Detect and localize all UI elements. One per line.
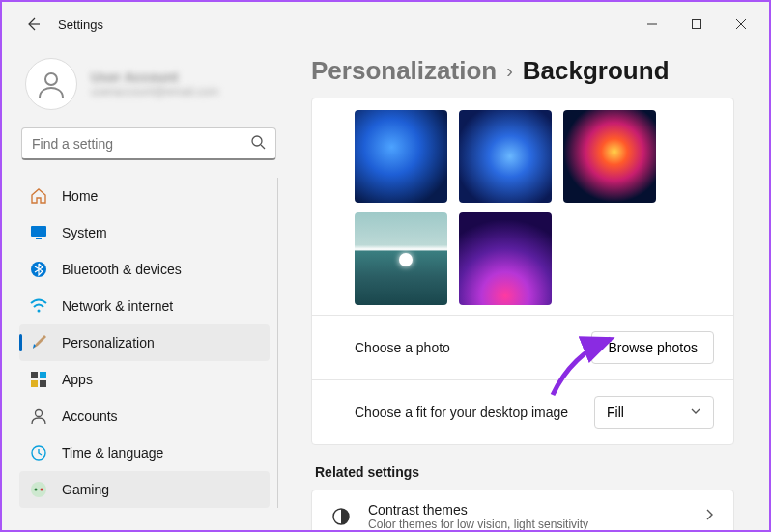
window-title: Settings <box>58 17 103 32</box>
main-content: Personalization › Background Choose a ph… <box>292 46 769 530</box>
wallpaper-thumbnails <box>312 212 733 315</box>
maximize-button[interactable] <box>674 9 719 40</box>
sidebar: User Account useraccount@email.com Home … <box>2 46 292 530</box>
related-settings-heading: Related settings <box>315 464 734 480</box>
background-panel: Choose a photo Browse photos Choose a fi… <box>311 98 734 445</box>
search-icon <box>250 134 266 154</box>
choose-fit-label: Choose a fit for your desktop image <box>355 405 583 420</box>
search-input[interactable] <box>32 136 250 152</box>
svg-point-5 <box>252 136 262 146</box>
svg-point-15 <box>36 410 43 417</box>
svg-point-4 <box>45 73 57 85</box>
sidebar-item-apps[interactable]: Apps <box>19 361 270 398</box>
sidebar-item-bluetooth[interactable]: Bluetooth & devices <box>19 251 270 288</box>
accounts-icon <box>29 406 48 426</box>
svg-point-19 <box>41 489 43 491</box>
title-bar: Settings <box>2 2 769 46</box>
sidebar-item-label: Network & internet <box>62 298 173 314</box>
wallpaper-thumbnails <box>312 98 733 212</box>
close-button[interactable] <box>719 9 763 40</box>
svg-rect-12 <box>40 372 46 378</box>
clock-icon <box>29 443 48 462</box>
svg-rect-8 <box>36 238 42 239</box>
sidebar-item-system[interactable]: System <box>19 214 270 251</box>
system-icon <box>29 223 48 242</box>
sidebar-item-network[interactable]: Network & internet <box>19 288 270 324</box>
chevron-right-icon: › <box>506 60 513 82</box>
sidebar-item-time[interactable]: Time & language <box>19 434 270 471</box>
svg-point-10 <box>38 310 41 313</box>
minimize-icon <box>646 18 658 30</box>
account-email: useraccount@email.com <box>91 85 218 98</box>
sidebar-item-label: Apps <box>62 372 93 387</box>
home-icon <box>29 186 48 206</box>
sidebar-item-label: Bluetooth & devices <box>62 262 182 277</box>
wallpaper-thumbnail[interactable] <box>355 212 447 305</box>
wifi-icon <box>29 296 48 316</box>
back-button[interactable] <box>15 7 50 42</box>
svg-point-18 <box>35 489 38 491</box>
maximize-icon <box>691 18 702 30</box>
chevron-right-icon <box>702 508 716 525</box>
svg-rect-11 <box>31 372 38 378</box>
choose-fit-row: Choose a fit for your desktop image Fill <box>312 379 733 444</box>
svg-point-17 <box>31 482 46 497</box>
sidebar-item-home[interactable]: Home <box>19 178 270 214</box>
breadcrumb: Personalization › Background <box>311 56 734 86</box>
contrast-subtitle: Color themes for low vision, light sensi… <box>368 518 588 530</box>
svg-line-6 <box>261 145 265 149</box>
wallpaper-thumbnail[interactable] <box>563 110 656 203</box>
browse-photos-button[interactable]: Browse photos <box>591 331 714 364</box>
choose-photo-label: Choose a photo <box>355 340 580 355</box>
fit-dropdown[interactable]: Fill <box>594 396 714 429</box>
minimize-button[interactable] <box>630 9 674 40</box>
contrast-icon <box>329 505 353 528</box>
svg-rect-14 <box>40 380 46 387</box>
sidebar-item-gaming[interactable]: Gaming <box>19 471 270 508</box>
wallpaper-thumbnail[interactable] <box>459 110 552 203</box>
gaming-icon <box>29 480 48 499</box>
person-icon <box>36 69 67 99</box>
bluetooth-icon <box>29 260 48 279</box>
sidebar-item-label: System <box>62 225 107 240</box>
sidebar-item-label: Gaming <box>62 482 109 497</box>
account-name: User Account <box>91 70 218 85</box>
window-controls <box>630 9 763 40</box>
chevron-down-icon <box>690 405 701 420</box>
svg-rect-1 <box>693 20 701 29</box>
wallpaper-thumbnail[interactable] <box>459 212 552 305</box>
svg-rect-13 <box>31 380 38 387</box>
apps-icon <box>29 370 48 389</box>
sidebar-item-accounts[interactable]: Accounts <box>19 398 270 434</box>
close-icon <box>735 18 747 30</box>
contrast-title: Contrast themes <box>368 502 588 518</box>
arrow-left-icon <box>25 16 41 32</box>
avatar <box>25 58 77 110</box>
fit-value: Fill <box>607 405 624 420</box>
svg-rect-7 <box>31 226 46 237</box>
page-title: Background <box>523 56 670 86</box>
account-block[interactable]: User Account useraccount@email.com <box>19 54 278 124</box>
sidebar-item-label: Personalization <box>62 335 155 350</box>
sidebar-item-label: Accounts <box>62 408 118 424</box>
choose-photo-row: Choose a photo Browse photos <box>312 315 733 379</box>
contrast-themes-card[interactable]: Contrast themes Color themes for low vis… <box>311 490 734 530</box>
search-box[interactable] <box>21 127 276 160</box>
sidebar-item-personalization[interactable]: Personalization <box>19 324 270 361</box>
sidebar-item-label: Time & language <box>62 445 163 461</box>
nav-list: Home System Bluetooth & devices Network … <box>19 178 278 508</box>
paintbrush-icon <box>29 333 48 352</box>
wallpaper-thumbnail[interactable] <box>355 110 447 203</box>
sidebar-item-label: Home <box>62 188 98 204</box>
breadcrumb-parent[interactable]: Personalization <box>311 56 497 86</box>
